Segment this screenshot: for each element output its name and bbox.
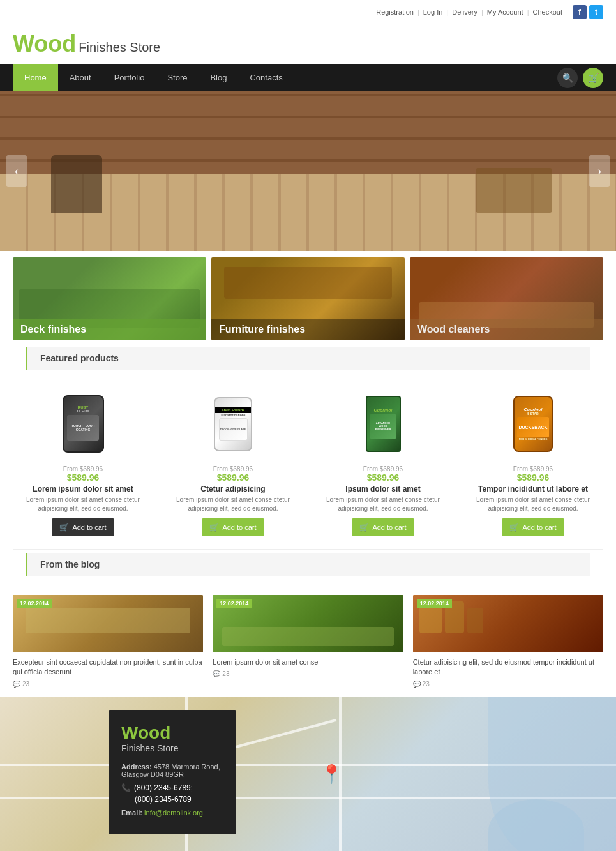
category-wood-label: Wood cleaners (410, 319, 603, 340)
logo-wood: Wood (13, 31, 76, 57)
comment-bubble-icon-3: 💬 (413, 681, 421, 688)
footer-email-row: Email: info@demolink.org (121, 809, 223, 817)
search-button[interactable]: 🔍 (557, 68, 578, 88)
slider-next-button[interactable]: › (589, 155, 610, 187)
add-to-cart-button-1[interactable]: 🛒 Add to cart (52, 518, 114, 536)
category-cards: Deck finishes Furniture finishes Wood cl… (0, 251, 616, 347)
product-image-4: Cuprinol 5 STAR DUCKSBACK FOR SHEDS & FE… (463, 389, 603, 459)
myaccount-link[interactable]: My Account (487, 8, 523, 16)
blog-comment-count-1: 23 (22, 681, 29, 688)
product-can-4: Cuprinol 5 STAR DUCKSBACK FOR SHEDS & FE… (513, 396, 553, 452)
blog-date-3: 12.02.2014 (417, 599, 452, 608)
footer-phone-2: (800) 2345-6789 (121, 795, 223, 804)
add-to-cart-button-4[interactable]: 🛒 Add to cart (502, 518, 564, 536)
blog-card-3[interactable]: 12.02.2014 Ctetur adipisicing elit, sed … (413, 595, 603, 688)
cart-icon-3: 🛒 (359, 523, 369, 532)
phone-icon-1: 📞 (121, 783, 131, 792)
category-furniture-finishes[interactable]: Furniture finishes (211, 257, 405, 340)
cart-icon-1: 🛒 (59, 523, 69, 532)
map-pin-icon: 📍 (320, 764, 343, 785)
products-grid: RUST OLEUM TORCH FLOOR COATING From $689… (13, 379, 603, 546)
product-price-1: $589.96 (13, 472, 153, 483)
nav-items: Home About Portfolio Store Blog Contacts (13, 64, 557, 91)
nav-contacts[interactable]: Contacts (238, 64, 294, 91)
comment-bubble-icon-2: 💬 (213, 670, 220, 677)
blog-image-2: 12.02.2014 (213, 595, 403, 652)
login-link[interactable]: Log In (423, 8, 443, 16)
blog-card-2[interactable]: 12.02.2014 Lorem ipsum dolor sit amet co… (213, 595, 403, 688)
slider-prev-button[interactable]: ‹ (6, 155, 27, 187)
product-desc-3: Lorem ipsum dolor sit amet conse ctetur … (313, 495, 453, 513)
blog-image-1: 12.02.2014 (13, 595, 203, 652)
product-from-3: From $689.96 (313, 465, 453, 472)
blog-section: From the blog 12.02.2014 Excepteur sint … (0, 553, 616, 697)
nav-home[interactable]: Home (13, 64, 58, 91)
nav-store[interactable]: Store (156, 64, 199, 91)
product-from-2: From $689.96 (163, 465, 303, 472)
add-to-cart-button-3[interactable]: 🛒 Add to cart (352, 518, 414, 536)
product-desc-1: Lorem ipsum dolor sit amet conse ctetur … (13, 495, 153, 513)
twitter-icon[interactable]: t (589, 5, 603, 19)
add-to-cart-label-4: Add to cart (522, 523, 556, 531)
cart-button[interactable]: 🛒 (583, 68, 603, 88)
comment-bubble-icon-1: 💬 (13, 681, 20, 688)
product-image-3: Cuprinol ADVANCED WOOD PRESERVER (313, 389, 453, 459)
footer-info-box: Wood Finishes Store Address: 4578 Marmor… (109, 710, 236, 834)
footer-phone-1: 📞 (800) 2345-6789; (121, 783, 223, 792)
product-desc-4: Lorem ipsum dolor sit amet conse ctetur … (463, 495, 603, 513)
add-to-cart-button-2[interactable]: 🛒 Add to cart (202, 518, 264, 536)
product-image-1: RUST OLEUM TORCH FLOOR COATING (13, 389, 153, 459)
category-furniture-label: Furniture finishes (211, 319, 405, 340)
category-deck-finishes[interactable]: Deck finishes (13, 257, 206, 340)
blog-date-2: 12.02.2014 (216, 599, 252, 608)
blog-card-1[interactable]: 12.02.2014 Excepteur sint occaecat cupid… (13, 595, 203, 688)
nav-portfolio[interactable]: Portfolio (103, 64, 156, 91)
product-price-2: $589.96 (163, 472, 303, 483)
delivery-link[interactable]: Delivery (452, 8, 477, 16)
featured-header: Featured products (26, 347, 590, 370)
address-label: Address: (121, 763, 152, 771)
product-can-1: RUST OLEUM TORCH FLOOR COATING (63, 395, 104, 453)
blog-comments-3: 💬 23 (413, 681, 603, 688)
registration-link[interactable]: Registration (376, 8, 414, 16)
category-deck-label: Deck finishes (13, 319, 206, 340)
checkout-link[interactable]: Checkout (533, 8, 562, 16)
cart-icon-4: 🛒 (509, 523, 519, 532)
product-name-1: Lorem ipsum dolor sit amet (13, 485, 153, 493)
nav-blog[interactable]: Blog (199, 64, 238, 91)
blog-comments-2: 💬 23 (213, 670, 403, 677)
featured-products-section: Featured products RUST OLEUM TORCH FLOOR… (0, 347, 616, 546)
blog-grid: 12.02.2014 Excepteur sint occaecat cupid… (13, 585, 603, 697)
blog-image-3: 12.02.2014 (413, 595, 603, 652)
cart-icon-2: 🛒 (209, 523, 219, 532)
sep2: | (446, 8, 448, 16)
product-card-2: Rust-Oleum Transformations DECORATIVE GL… (163, 389, 303, 536)
footer-map: 📍 Wood Finishes Store Address: 4578 Marm… (0, 697, 616, 851)
product-card-4: Cuprinol 5 STAR DUCKSBACK FOR SHEDS & FE… (463, 389, 603, 536)
product-card-1: RUST OLEUM TORCH FLOOR COATING From $689… (13, 389, 153, 536)
footer-logo-wood: Wood (121, 723, 223, 743)
product-name-4: Tempor incididunt ut labore et (463, 485, 603, 493)
product-card-3: Cuprinol ADVANCED WOOD PRESERVER From $6… (313, 389, 453, 536)
sep4: | (527, 8, 529, 16)
nav-about[interactable]: About (58, 64, 103, 91)
footer-address: Address: 4578 Marmora Road, Glasgow D04 … (121, 763, 223, 778)
social-links: f t (573, 5, 603, 19)
facebook-icon[interactable]: f (573, 5, 587, 19)
footer-email-link[interactable]: info@demolink.org (144, 809, 203, 817)
hero-slider: ‹ › (0, 91, 616, 251)
product-desc-2: Lorem ipsum dolor sit amet conse ctetur … (163, 495, 303, 513)
blog-date-1: 12.02.2014 (17, 599, 52, 608)
blog-title-3: Ctetur adipisicing elit, sed do eiusmod … (413, 658, 603, 677)
site-logo[interactable]: Wood Finishes Store (13, 31, 160, 57)
sep3: | (481, 8, 483, 16)
email-label: Email: (121, 809, 142, 817)
nav-search-area: 🔍 🛒 (557, 68, 603, 88)
top-bar: Registration | Log In | Delivery | My Ac… (0, 0, 616, 24)
add-to-cart-label-2: Add to cart (222, 523, 256, 531)
main-nav: Home About Portfolio Store Blog Contacts… (0, 64, 616, 91)
hero-image (0, 91, 616, 251)
category-wood-cleaners[interactable]: Wood cleaners (410, 257, 603, 340)
blog-comment-count-2: 23 (222, 670, 229, 677)
sep1: | (417, 8, 419, 16)
